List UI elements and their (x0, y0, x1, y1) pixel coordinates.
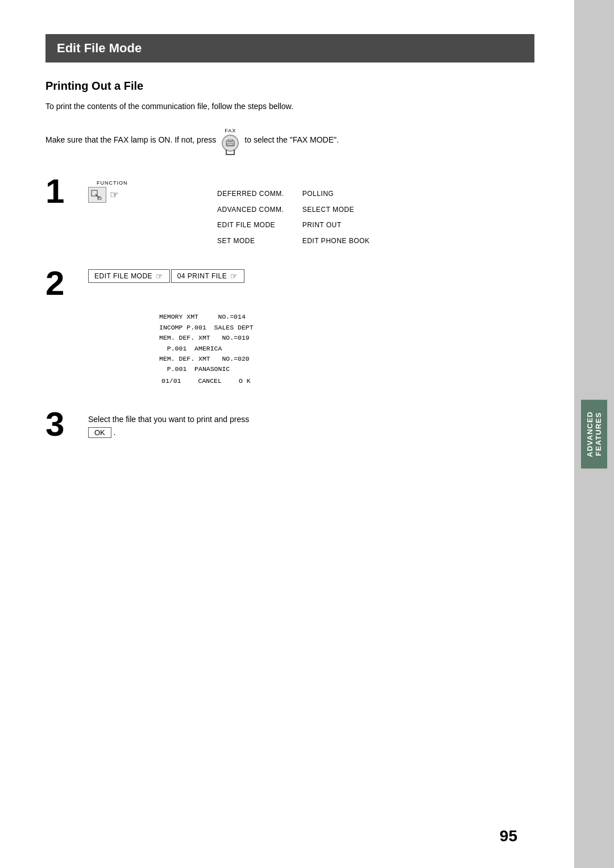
sidebar-advanced: ADVANCED (586, 411, 594, 457)
function-label: FUNCTION (97, 180, 128, 186)
lcd-cancel-button[interactable]: CANCEL (198, 377, 222, 385)
step-3-text: Select the file that you want to print a… (88, 410, 534, 438)
main-content: Edit File Mode Printing Out a File To pr… (0, 0, 574, 868)
menu-item-polling: POLLING (302, 187, 370, 202)
fax-button-group: FAX (222, 128, 239, 152)
step-2-content: EDIT FILE MODE ☞ 04 PRINT FILE ☞ (88, 266, 534, 294)
ok-button[interactable]: OK (88, 427, 111, 438)
fax-instruction: Make sure that the FAX lamp is ON. If no… (45, 128, 534, 152)
section-title: Printing Out a File (45, 80, 534, 93)
function-search-icon (91, 190, 103, 200)
menu-item-deferred-comm: DEFERRED COMM. (217, 187, 301, 202)
step-1-menu-display: DEFERRED COMM. POLLING ADVANCED COMM. SE… (216, 186, 534, 249)
svg-rect-2 (227, 143, 233, 145)
menu-row-1: DEFERRED COMM. POLLING (217, 187, 370, 202)
lcd-footer: 01/01 CANCEL O K (159, 377, 534, 385)
fax-icon (226, 139, 235, 147)
step-3-content: Select the file that you want to print a… (88, 407, 534, 438)
right-sidebar: ADVANCED FEATURES (574, 0, 614, 868)
function-btn-icon (88, 187, 106, 203)
menu-row-3: EDIT FILE MODE PRINT OUT (217, 218, 370, 233)
edit-file-mode-label: EDIT FILE MODE (94, 272, 152, 280)
fax-label: FAX (225, 128, 236, 133)
menu-item-edit-phone-book: EDIT PHONE BOOK (302, 234, 370, 249)
step-2-number: 2 (45, 266, 77, 301)
print-file-label: 04 PRINT FILE (177, 272, 227, 280)
hand-icon-1: ☞ (156, 272, 164, 281)
function-button[interactable]: ☞ (88, 187, 119, 203)
hand-pointer-icon: ☞ (110, 189, 119, 201)
page-number: 95 (500, 827, 517, 845)
intro-text-content: To print the contents of the communicati… (45, 102, 293, 111)
menu-row-2: ADVANCED COMM. SELECT MODE (217, 203, 370, 218)
fax-before-text: Make sure that the FAX lamp is ON. If no… (45, 135, 216, 144)
lcd-line-2: INCOMP P.001 SALES DEPT (159, 323, 534, 333)
lcd-page-indicator: 01/01 (161, 377, 181, 385)
step-2-buttons: EDIT FILE MODE ☞ 04 PRINT FILE ☞ (88, 269, 534, 283)
menu-item-set-mode: SET MODE (217, 234, 301, 249)
sidebar-features: FEATURES (594, 412, 603, 456)
print-file-button[interactable]: 04 PRINT FILE ☞ (171, 269, 244, 283)
sidebar-label: ADVANCED FEATURES (581, 400, 607, 469)
lcd-line-1: MEMORY XMT NO.=014 (159, 312, 534, 322)
menu-row-4: SET MODE EDIT PHONE BOOK (217, 234, 370, 249)
lcd-display: MEMORY XMT NO.=014 INCOMP P.001 SALES DE… (159, 312, 534, 384)
lcd-lines: MEMORY XMT NO.=014 INCOMP P.001 SALES DE… (159, 312, 534, 374)
edit-file-mode-button[interactable]: EDIT FILE MODE ☞ (88, 269, 170, 283)
fax-after-text: to select the "FAX MODE". (244, 135, 339, 144)
step-1-number: 1 (45, 174, 77, 208)
header-title: Edit File Mode (57, 41, 142, 55)
fax-circle-button[interactable] (222, 135, 239, 152)
lcd-ok-button[interactable]: O K (239, 377, 251, 385)
hand-icon-2: ☞ (230, 272, 238, 281)
menu-item-print-out: PRINT OUT (302, 218, 370, 233)
lcd-line-5: MEM. DEF. XMT NO.=020 (159, 354, 534, 364)
step-3-number: 3 (45, 407, 77, 441)
page-header: Edit File Mode (45, 34, 534, 62)
menu-item-select-mode: SELECT MODE (302, 203, 370, 218)
step-3-instruction: Select the file that you want to print a… (88, 415, 249, 424)
step-2-row: 2 EDIT FILE MODE ☞ 04 PRINT FILE ☞ (45, 266, 534, 301)
menu-item-edit-file-mode: EDIT FILE MODE (217, 218, 301, 233)
lcd-line-3: MEM. DEF. XMT NO.=019 (159, 333, 534, 343)
step-3-row: 3 Select the file that you want to print… (45, 407, 534, 441)
menu-item-advanced-comm: ADVANCED COMM. (217, 203, 301, 218)
menu-table: DEFERRED COMM. POLLING ADVANCED COMM. SE… (216, 186, 371, 249)
period-text: . (114, 428, 116, 437)
lcd-line-4: P.001 AMERICA (159, 344, 534, 354)
lcd-line-6: P.001 PANASONIC (159, 364, 534, 374)
ok-label: OK (94, 428, 105, 437)
intro-text: To print the contents of the communicati… (45, 102, 534, 111)
